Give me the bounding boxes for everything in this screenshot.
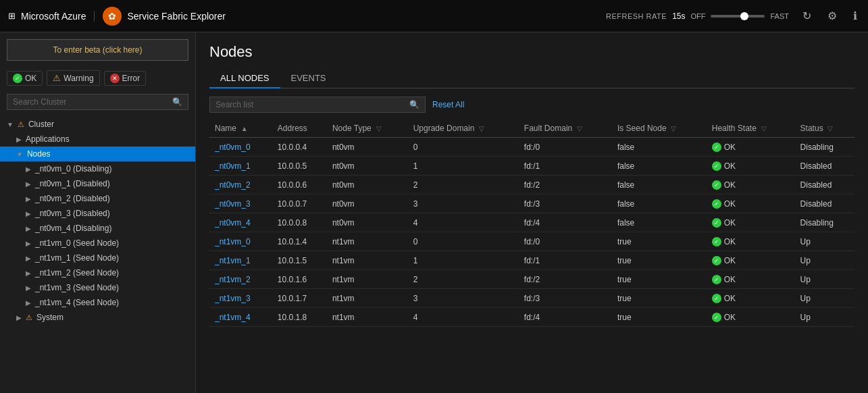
chevron-icon: ▼: [7, 121, 14, 128]
cell-upgrade-domain: 3: [408, 289, 519, 308]
node-name-link[interactable]: _nt1vm_2: [215, 275, 251, 284]
sidebar-item-label: _nt0vm_1 (Disabled): [35, 179, 110, 188]
app-title-area: ✿ Service Fabric Explorer: [103, 7, 226, 26]
node-name-link[interactable]: _nt1vm_1: [215, 256, 251, 265]
refresh-slider[interactable]: [711, 15, 765, 18]
node-name-link[interactable]: _nt1vm_3: [215, 294, 251, 303]
col-header-node-type[interactable]: Node Type ▽: [327, 120, 408, 138]
health-state-label: OK: [724, 237, 736, 246]
sidebar-item-label: _nt0vm_2 (Disabled): [35, 194, 110, 203]
cell-node-type: nt1vm: [327, 270, 408, 289]
col-header-health-state[interactable]: Health State ▽: [707, 120, 795, 138]
sidebar-item-nt0vm2[interactable]: ▶_nt0vm_2 (Disabled): [0, 191, 195, 206]
cell-node-type: nt1vm: [327, 308, 408, 327]
col-header-is-seed-node[interactable]: Is Seed Node ▽: [612, 120, 707, 138]
col-header-address[interactable]: Address: [272, 120, 327, 138]
health-ok-icon: ✓: [712, 199, 721, 209]
cell-name: _nt0vm_0: [209, 138, 272, 157]
cell-node-type: nt0vm: [327, 213, 408, 232]
col-header-upgrade-domain[interactable]: Upgrade Domain ▽: [408, 120, 519, 138]
node-name-link[interactable]: _nt1vm_4: [215, 313, 251, 322]
sidebar-item-nt1vm2[interactable]: ▶_nt1vm_2 (Seed Node): [0, 265, 195, 280]
cell-fault-domain: fd:/4: [519, 213, 612, 232]
settings-icon[interactable]: ⚙: [825, 7, 840, 25]
chevron-icon: ▶: [26, 225, 31, 232]
warning-triangle-icon: ⚠: [53, 73, 61, 83]
node-name-link[interactable]: _nt0vm_0: [215, 142, 251, 152]
col-header-status[interactable]: Status ▽: [795, 120, 854, 138]
cell-address: 10.0.1.7: [272, 289, 327, 308]
health-ok-icon: ✓: [712, 218, 721, 228]
cell-fault-domain: fd:/1: [519, 157, 612, 176]
status-warning-button[interactable]: ⚠ Warning: [47, 70, 99, 86]
topnav-right: REFRESH RATE 15s OFF FAST ↻ ⚙ ℹ: [606, 7, 860, 25]
cell-is-seed-node: false: [612, 157, 707, 176]
health-state-label: OK: [724, 199, 736, 209]
refresh-label: REFRESH RATE: [606, 12, 667, 20]
cell-address: 10.0.0.6: [272, 176, 327, 194]
chevron-icon: ▶: [26, 240, 31, 247]
table-row: _nt1vm_110.0.1.5nt1vm1fd:/1true✓OKUp: [209, 251, 854, 270]
page-title: Nodes: [209, 43, 854, 61]
col-header-name[interactable]: Name ▲: [209, 120, 272, 138]
filter-icon: ▽: [575, 125, 582, 132]
status-warning-label: Warning: [63, 74, 93, 83]
cell-status: Up: [795, 251, 854, 270]
cell-fault-domain: fd:/3: [519, 194, 612, 213]
table-toolbar: 🔍 Reset All: [209, 97, 854, 113]
filter-icon: ▽: [477, 125, 484, 132]
status-ok-button[interactable]: ✓ OK: [7, 71, 43, 86]
node-name-link[interactable]: _nt0vm_1: [215, 161, 251, 171]
sidebar-item-applications[interactable]: ▶Applications: [0, 132, 195, 147]
filter-icon: ▽: [759, 125, 767, 132]
sidebar-item-nt1vm3[interactable]: ▶_nt1vm_3 (Seed Node): [0, 280, 195, 295]
table-search-icon: 🔍: [409, 100, 419, 109]
node-name-link[interactable]: _nt0vm_2: [215, 180, 251, 190]
sidebar-item-nt0vm1[interactable]: ▶_nt0vm_1 (Disabled): [0, 176, 195, 191]
health-ok-icon: ✓: [712, 237, 721, 246]
health-badge: ✓OK: [712, 161, 736, 171]
sidebar-item-nt1vm4[interactable]: ▶_nt1vm_4 (Seed Node): [0, 295, 195, 310]
cell-name: _nt0vm_1: [209, 157, 272, 176]
cell-is-seed-node: false: [612, 194, 707, 213]
health-badge: ✓OK: [712, 237, 736, 246]
sidebar-item-nt0vm0[interactable]: ▶_nt0vm_0 (Disabling): [0, 161, 195, 176]
cell-address: 10.0.1.8: [272, 308, 327, 327]
cell-status: Disabling: [795, 138, 854, 157]
health-ok-icon: ✓: [712, 294, 721, 303]
table-search-input[interactable]: [215, 100, 405, 109]
health-badge: ✓OK: [712, 256, 736, 265]
chevron-icon: ▶: [26, 269, 31, 277]
sidebar-item-label: Nodes: [27, 149, 51, 159]
refresh-icon[interactable]: ↻: [800, 7, 814, 25]
sidebar-item-label: System: [36, 313, 63, 322]
sidebar-item-nt0vm3[interactable]: ▶_nt0vm_3 (Disabled): [0, 206, 195, 221]
sidebar-item-nodes[interactable]: ▼Nodes: [0, 147, 195, 161]
tab-all-nodes[interactable]: ALL NODES: [209, 69, 280, 88]
cell-node-type: nt0vm: [327, 138, 408, 157]
search-cluster-input[interactable]: [13, 97, 168, 107]
status-error-button[interactable]: ✕ Error: [104, 71, 147, 86]
table-row: _nt1vm_010.0.1.4nt1vm0fd:/0true✓OKUp: [209, 232, 854, 251]
node-name-link[interactable]: _nt0vm_4: [215, 218, 251, 228]
node-name-link[interactable]: _nt1vm_0: [215, 237, 251, 246]
sidebar-item-system[interactable]: ▶⚠System: [0, 310, 195, 325]
reset-all-button[interactable]: Reset All: [432, 100, 464, 109]
health-state-label: OK: [724, 161, 736, 171]
sidebar-item-nt0vm4[interactable]: ▶_nt0vm_4 (Disabling): [0, 221, 195, 236]
tabs: ALL NODESEVENTS: [209, 69, 854, 88]
info-icon[interactable]: ℹ: [850, 7, 860, 25]
col-header-fault-domain[interactable]: Fault Domain ▽: [519, 120, 612, 138]
cell-node-type: nt1vm: [327, 232, 408, 251]
cell-status: Up: [795, 270, 854, 289]
cell-fault-domain: fd:/2: [519, 270, 612, 289]
cell-upgrade-domain: 2: [408, 176, 519, 194]
cell-address: 10.0.0.7: [272, 194, 327, 213]
node-name-link[interactable]: _nt0vm_3: [215, 199, 251, 209]
sidebar-item-nt1vm1[interactable]: ▶_nt1vm_1 (Seed Node): [0, 251, 195, 265]
tab-events[interactable]: EVENTS: [280, 69, 337, 88]
cell-is-seed-node: false: [612, 138, 707, 157]
sidebar-item-cluster[interactable]: ▼⚠Cluster: [0, 117, 195, 132]
beta-banner[interactable]: To enter beta (click here): [7, 39, 188, 61]
sidebar-item-nt1vm0[interactable]: ▶_nt1vm_0 (Seed Node): [0, 236, 195, 251]
